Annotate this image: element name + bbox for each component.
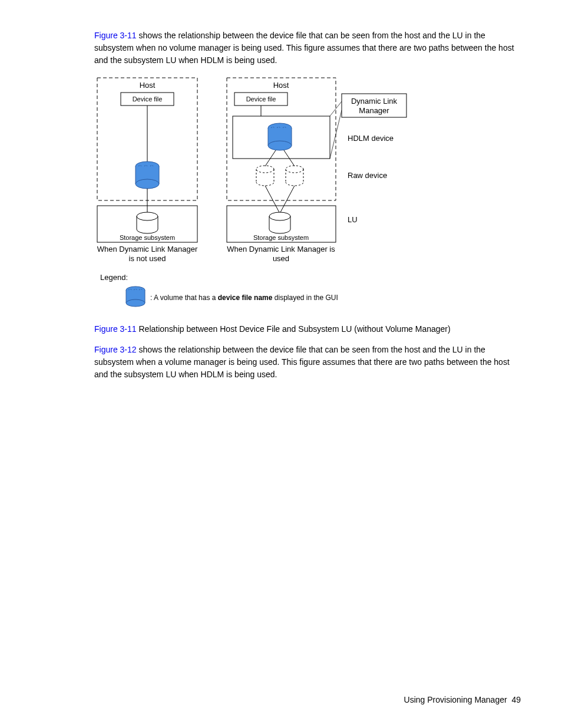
left-blue-volume-icon [135, 162, 159, 189]
dlm-label-2: Manager [359, 106, 389, 115]
intro-text-2: shows the relationship between the devic… [94, 345, 510, 379]
figure-3-11-caption: Figure 3-11 Relationship between Host De… [94, 323, 521, 335]
legend-volume-icon [126, 286, 145, 307]
right-device-file-label: Device file [246, 95, 276, 103]
svg-point-10 [137, 212, 158, 220]
left-host-label: Host [140, 81, 156, 90]
dlm-label-1: Dynamic Link [351, 97, 398, 106]
lu-label: LU [348, 215, 358, 224]
left-storage-label: Storage subsystem [120, 234, 175, 241]
figure-3-11-link[interactable]: Figure 3-11 [94, 31, 137, 40]
svg-point-7 [135, 179, 159, 189]
left-caption-2: is not used [129, 254, 166, 263]
legend-title: Legend: [100, 273, 128, 282]
figure-3-11-caption-ref: Figure 3-11 [94, 324, 137, 334]
left-lu-cylinder-icon [137, 212, 158, 233]
svg-point-43 [126, 299, 145, 307]
left-device-file-label: Device file [133, 95, 163, 103]
intro-paragraph-2: Figure 3-12 shows the relationship betwe… [94, 344, 521, 381]
intro-text-1: shows the relationship between the devic… [94, 31, 514, 65]
footer-title: Using Provisioning Manager [404, 695, 507, 704]
raw-device-right-icon [286, 166, 303, 186]
svg-line-32 [265, 186, 280, 213]
page-footer: Using Provisioning Manager 49 [404, 695, 521, 704]
figure-3-11-caption-text: Relationship between Host Device File an… [137, 324, 451, 334]
right-host-label: Host [273, 81, 289, 90]
svg-point-29 [286, 166, 303, 173]
svg-point-26 [256, 166, 274, 173]
figure-3-11-diagram: Host Device file [94, 75, 521, 318]
right-caption-2: used [273, 254, 289, 263]
footer-page-number: 49 [511, 695, 521, 704]
svg-line-33 [280, 186, 295, 213]
intro-paragraph-1: Figure 3-11 shows the relationship betwe… [94, 29, 521, 67]
svg-point-23 [268, 141, 292, 150]
right-storage-label: Storage subsystem [253, 234, 309, 241]
raw-device-label: Raw device [348, 171, 387, 180]
svg-point-35 [269, 212, 290, 220]
legend-text: : A volume that has a device file name d… [150, 294, 338, 302]
right-caption-1: When Dynamic Link Manager is [227, 245, 335, 253]
right-blue-hdlm-icon [268, 123, 292, 150]
svg-line-17 [330, 101, 342, 116]
hdlm-device-label: HDLM device [348, 134, 394, 143]
right-lu-cylinder-icon [269, 212, 290, 233]
figure-3-12-link[interactable]: Figure 3-12 [94, 345, 137, 354]
left-caption-1: When Dynamic Link Manager [97, 245, 198, 253]
raw-device-left-icon [256, 166, 274, 186]
